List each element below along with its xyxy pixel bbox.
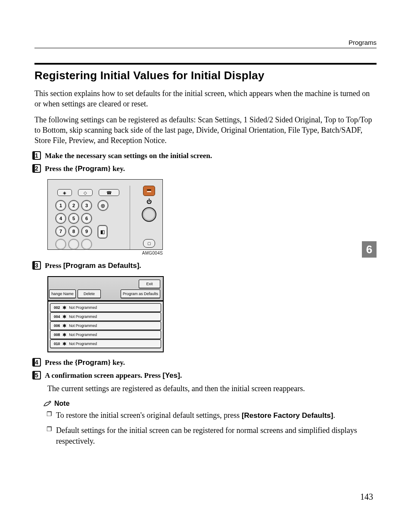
note-1-suffix: . — [333, 411, 335, 420]
keypad-6: 6 — [81, 213, 92, 224]
step-5-prefix: A confirmation screen appears. Press — [45, 371, 162, 380]
intro-paragraph-1: This section explains how to set default… — [34, 88, 377, 109]
exit-button[interactable]: Exit — [139, 280, 160, 288]
program-key-1: Program — [78, 165, 108, 173]
star-icon: ✱ — [62, 333, 66, 336]
step-3-suffix: . — [139, 261, 141, 270]
panel-right-column: ⏻ ▢ — [142, 186, 156, 249]
step-2-prefix: Press the — [45, 165, 75, 173]
star-icon: ✱ — [62, 306, 66, 309]
step-2-text: Press the {Program} key. — [45, 164, 125, 174]
row-status: Not Programmed — [69, 305, 97, 310]
star-icon: ✱ — [62, 324, 66, 327]
step-4-prefix: Press the — [45, 358, 75, 367]
keypad-hash — [81, 239, 92, 249]
section-name: Programs — [349, 39, 377, 46]
numeric-keypad: 1 2 3 4 5 6 7 8 — [56, 200, 92, 249]
step-4-suffix: key. — [111, 358, 125, 367]
list-item[interactable]: 008✱Not Programmed — [50, 330, 161, 339]
svg-text:1: 1 — [35, 152, 38, 159]
change-name-button[interactable]: hange Name — [49, 289, 76, 298]
program-as-defaults-button[interactable]: Program as Defaults — [121, 289, 160, 298]
step-badge-5-icon: 5 — [32, 370, 41, 380]
list-item[interactable]: 002✱Not Programmed — [50, 303, 161, 312]
step-3: 3 Press [Program as Defaults]. — [32, 261, 377, 271]
step-5-text: A confirmation screen appears. Press [Ye… — [45, 370, 182, 381]
keypad-1: 1 — [56, 200, 66, 211]
step-badge-1-icon: 1 — [32, 151, 41, 160]
step-badge-3-icon: 3 — [32, 261, 41, 270]
program-highlight-icon — [143, 186, 155, 196]
step-badge-2-icon: 2 — [32, 164, 41, 173]
panel-divider — [130, 186, 130, 249]
keypad-9: 9 — [81, 226, 92, 236]
header-rule — [34, 48, 377, 48]
delete-button[interactable]: Delete — [78, 289, 101, 298]
step-5: 5 A confirmation screen appears. Press [… — [32, 370, 377, 381]
keypad-5: 5 — [68, 213, 79, 224]
row-number: 010 — [54, 342, 60, 346]
keypad-2: 2 — [68, 200, 79, 211]
step-1: 1 Make the necessary scan settings on th… — [32, 151, 377, 161]
step-badge-4-icon: 4 — [32, 358, 41, 367]
figure-control-panel: ◈ ◇ ☎ 1 2 3 4 5 — [47, 179, 377, 255]
restore-factory-defaults-label: [Restore Factory Defaults] — [242, 411, 333, 420]
row-status: Not Programmed — [69, 333, 97, 337]
panel-pill-1: ◈ — [57, 189, 72, 196]
row-status: Not Programmed — [69, 324, 97, 328]
step-4-text: Press the {Program} key. — [45, 358, 125, 368]
note-list: To restore the initial screen's original… — [47, 410, 377, 446]
control-panel-illustration: ◈ ◇ ☎ 1 2 3 4 5 — [47, 179, 163, 250]
program-list: 002✱Not Programmed 004✱Not Programmed 00… — [48, 302, 163, 352]
note-pen-icon — [43, 400, 52, 407]
row-number: 004 — [54, 314, 60, 319]
svg-text:5: 5 — [35, 372, 38, 379]
row-number: 006 — [54, 324, 60, 328]
list-item[interactable]: 006✱Not Programmed — [50, 321, 161, 330]
list-item[interactable]: 004✱Not Programmed — [50, 312, 161, 321]
note-label: Note — [54, 400, 70, 408]
intro-paragraph-2: The following settings can be registered… — [34, 115, 377, 146]
page: Programs Registering Initial Values for … — [0, 0, 411, 532]
step-4: 4 Press the {Program} key. — [32, 358, 377, 368]
clear-key-icon: ◎ — [98, 200, 108, 211]
row-status: Not Programmed — [69, 342, 97, 346]
program-as-defaults-label: [Program as Defaults] — [63, 261, 140, 270]
keypad-8: 8 — [68, 226, 79, 236]
svg-rect-7 — [33, 165, 35, 172]
page-title: Registering Initial Values for Initial D… — [34, 69, 377, 82]
star-icon: ✱ — [62, 315, 66, 318]
row-status: Not Programmed — [69, 314, 97, 319]
list-item[interactable]: 010✱Not Programmed — [50, 339, 161, 348]
title-rule — [34, 63, 377, 65]
step-5-followup: The current settings are registered as d… — [47, 383, 377, 394]
row-number: 008 — [54, 333, 60, 337]
program-key-2: Program — [78, 358, 108, 367]
note-item-1: To restore the initial screen's original… — [47, 410, 377, 421]
step-2: 2 Press the {Program} key. — [32, 164, 377, 174]
note-item-2: Default settings for the initial screen … — [47, 425, 377, 446]
svg-rect-19 — [33, 372, 35, 379]
keypad-0 — [68, 239, 79, 249]
yes-label: [Yes] — [162, 371, 180, 380]
svg-rect-3 — [33, 152, 35, 159]
stop-key-icon: ▢ — [143, 239, 155, 248]
keypad-4: 4 — [56, 213, 66, 224]
panel-pill-3: ☎ — [99, 189, 119, 196]
page-number: 143 — [360, 492, 373, 502]
keypad-3: 3 — [81, 200, 92, 211]
note-1-prefix: To restore the initial screen's original… — [56, 411, 242, 420]
svg-text:2: 2 — [35, 165, 38, 172]
star-icon: ✱ — [62, 342, 66, 345]
lcd-screenshot: Exit hange Name Delete Program as Defaul… — [47, 276, 164, 352]
svg-rect-15 — [33, 359, 35, 366]
lcd-header: Exit hange Name Delete Program as Defaul… — [48, 277, 163, 302]
power-symbol-icon: ⏻ — [146, 199, 152, 205]
step-1-text: Make the necessary scan settings on the … — [45, 151, 212, 161]
row-number: 002 — [54, 305, 60, 310]
svg-rect-11 — [33, 262, 35, 269]
figure-code: AMG004S — [47, 251, 163, 255]
step-3-text: Press [Program as Defaults]. — [45, 261, 141, 271]
svg-text:3: 3 — [35, 262, 38, 269]
panel-pill-2: ◇ — [78, 189, 93, 196]
